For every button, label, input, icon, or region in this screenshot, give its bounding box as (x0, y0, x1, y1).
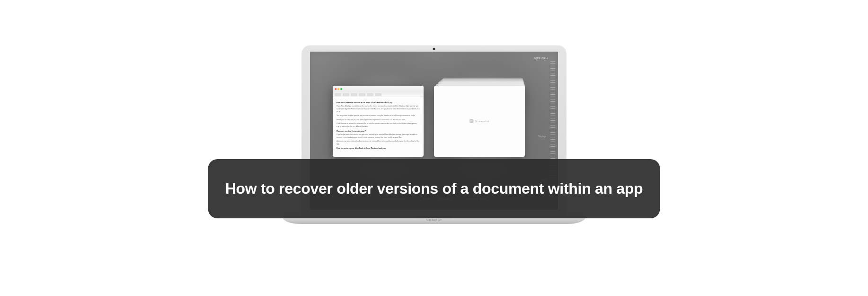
title-banner: How to recover older versions of a docum… (208, 159, 660, 218)
document-body: Find how where to recover a file from a … (333, 97, 424, 154)
version-placeholder: Screenshot (469, 119, 489, 123)
toolbar-item (367, 93, 373, 96)
doc-paragraph: If you've lost work that always has yet … (337, 134, 420, 139)
doc-paragraph: When you click the file you can press Sp… (337, 119, 420, 122)
doc-heading: Recover version from autosave? (337, 130, 420, 133)
window-titlebar (333, 86, 424, 92)
doc-heading: Find how where to recover a file from a … (337, 101, 420, 104)
camera-icon (433, 48, 435, 50)
placeholder-label: Screenshot (475, 120, 489, 123)
doc-paragraph: Click Restore to restore the selected fi… (337, 123, 420, 128)
doc-paragraph: You may either find the specific file yo… (337, 115, 420, 117)
doc-heading: How to restore your MacBook in from Rest… (337, 147, 420, 150)
doc-paragraph: Open Time Machine by clicking on the ico… (337, 105, 420, 113)
version-document-window: Screenshot (434, 86, 525, 157)
current-document-window: Find how where to recover a file from a … (333, 86, 424, 157)
toolbar-item (359, 93, 365, 96)
document-toolbar (333, 92, 424, 97)
close-icon (335, 88, 337, 90)
toolbar-item (375, 93, 381, 96)
image-placeholder-icon (469, 119, 473, 123)
zoom-icon (340, 88, 342, 90)
doc-paragraph: Autosave can also retrieve backup versio… (337, 140, 420, 145)
toolbar-item (351, 93, 357, 96)
toolbar-item (335, 93, 341, 96)
laptop-brand-label: MacBook Air (426, 218, 441, 221)
toolbar-item (343, 93, 349, 96)
timeline-today-label: Today (538, 135, 546, 138)
minimize-icon (337, 88, 339, 90)
article-title: How to recover older versions of a docum… (225, 180, 643, 197)
timeline-date-label: April 2017 (533, 56, 549, 60)
